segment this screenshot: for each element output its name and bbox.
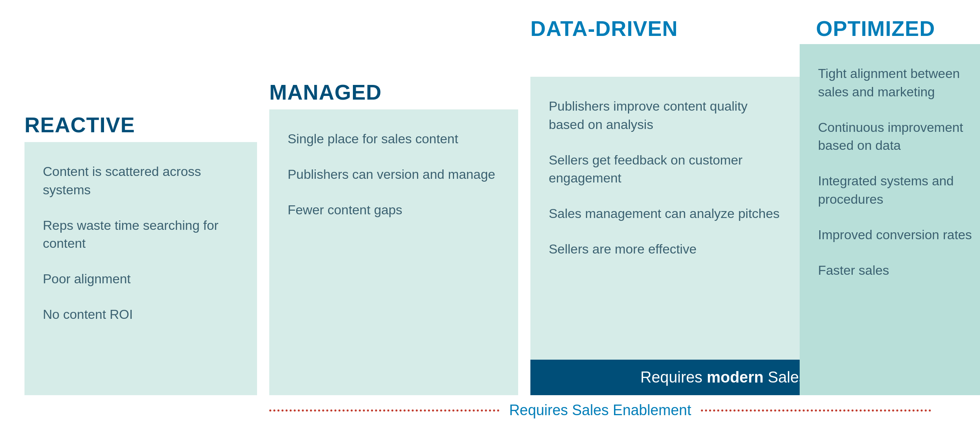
list-item: Integrated systems and procedures (818, 172, 980, 209)
list-item: Continuous improvement based on data (818, 118, 980, 155)
list-item: Reps waste time searching for content (43, 216, 239, 253)
list-item: Content is scattered across systems (43, 162, 239, 199)
list-item: No content ROI (43, 305, 239, 324)
data-driven-header: DATA-DRIVEN (530, 17, 678, 40)
optimized-header: OPTIMIZED (808, 17, 935, 40)
list-item: Tight alignment between sales and market… (818, 65, 980, 101)
columns-row: REACTIVE Content is scattered across sys… (24, 44, 956, 395)
reactive-column: REACTIVE Content is scattered across sys… (24, 113, 257, 395)
top-header-row: DATA-DRIVEN OPTIMIZED (24, 16, 956, 41)
data-driven-items: Publishers improve content quality based… (549, 97, 781, 258)
list-item: Publishers can version and manage (288, 165, 500, 184)
dotted-line-left (269, 409, 499, 412)
managed-column: MANAGED Single place for sales content P… (269, 80, 518, 395)
list-item: Improved conversion rates (818, 226, 980, 244)
list-item: Fewer content gaps (288, 201, 500, 219)
spacer-managed (269, 16, 518, 41)
dotted-line-right (701, 409, 931, 412)
header-optimized: OPTIMIZED (800, 16, 980, 41)
requires-modern-text: Requires (641, 369, 707, 386)
optimized-box: Tight alignment between sales and market… (800, 44, 980, 395)
data-driven-box: Publishers improve content quality based… (530, 77, 800, 395)
managed-box: Single place for sales content Publisher… (269, 109, 518, 395)
reactive-items: Content is scattered across systems Reps… (43, 162, 239, 324)
main-container: DATA-DRIVEN OPTIMIZED REACTIVE Content i… (0, 0, 980, 436)
list-item: Faster sales (818, 261, 980, 280)
reactive-box: Content is scattered across systems Reps… (24, 142, 257, 395)
managed-header: MANAGED (269, 80, 518, 105)
list-item: Sellers get feedback on customer engagem… (549, 151, 781, 188)
header-data-driven: DATA-DRIVEN (530, 16, 800, 41)
data-driven-column: Publishers improve content quality based… (530, 77, 800, 395)
list-item: Single place for sales content (288, 130, 500, 148)
list-item: Sales management can analyze pitches (549, 205, 781, 223)
spacer-reactive (24, 16, 257, 41)
optimized-column: Tight alignment between sales and market… (800, 44, 980, 395)
requires-sales-label: Requires Sales Enablement (499, 402, 701, 419)
reactive-header: REACTIVE (24, 113, 257, 137)
bottom-labels-row: Requires Sales Enablement (24, 402, 956, 419)
managed-items: Single place for sales content Publisher… (288, 130, 500, 219)
list-item: Publishers improve content quality based… (549, 97, 781, 134)
list-item: Poor alignment (43, 270, 239, 288)
list-item: Sellers are more effective (549, 240, 781, 258)
optimized-items: Tight alignment between sales and market… (818, 65, 980, 279)
modern-bold-text: modern (707, 369, 763, 386)
